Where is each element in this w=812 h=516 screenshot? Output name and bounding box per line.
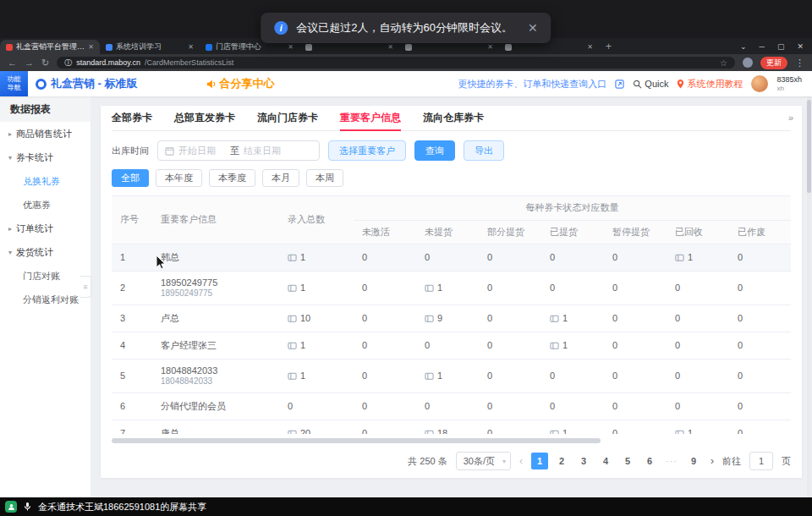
ticket-icon[interactable] <box>288 429 297 435</box>
table-row[interactable]: 1韩总10000010 <box>112 244 791 271</box>
table-row[interactable]: 2189502497751895024977510100000 <box>112 271 791 305</box>
ticket-icon[interactable] <box>675 429 684 435</box>
page-size-select[interactable]: 30条/页 ▾ <box>456 452 511 470</box>
reload-icon[interactable]: ↻ <box>41 58 49 69</box>
user-avatar[interactable] <box>751 75 768 92</box>
table-row[interactable]: 4客户经理张三10001000 <box>112 332 791 359</box>
tab-close-icon[interactable]: ✕ <box>587 43 593 51</box>
page-number-button[interactable]: 6 <box>641 453 658 469</box>
prev-page-button[interactable]: ‹ <box>519 455 523 467</box>
user-info[interactable]: 8385xh xh <box>776 75 802 92</box>
sidebar-item[interactable]: ▾发货统计 <box>0 240 91 264</box>
collapse-panel-icon[interactable]: » <box>788 113 793 123</box>
sidebar-item[interactable]: 优惠券 <box>0 193 91 217</box>
browser-tab[interactable]: 系统培训学习✕ <box>100 40 200 54</box>
page-tab[interactable]: 流向仓库券卡 <box>423 106 484 130</box>
browser-menu-icon[interactable]: ⋮ <box>795 58 804 69</box>
new-tab-button[interactable]: + <box>606 41 612 52</box>
table-row[interactable]: 7唐总2001801010 <box>112 420 791 434</box>
bookmark-star-icon[interactable]: ☆ <box>720 58 727 68</box>
quick-range-chip[interactable]: 本季度 <box>209 169 255 187</box>
count-value: 0 <box>362 313 367 323</box>
ticket-icon[interactable] <box>425 283 434 293</box>
forward-icon[interactable]: → <box>25 58 34 68</box>
ticket-icon[interactable] <box>288 253 297 262</box>
browser-update-button[interactable]: 更新 <box>760 57 787 69</box>
page-number-button[interactable]: 3 <box>575 453 592 469</box>
quick-range-chip[interactable]: 本年度 <box>156 169 202 187</box>
table-row[interactable]: 3卢总100901000 <box>112 305 791 332</box>
page-number-button[interactable]: 5 <box>619 453 636 469</box>
function-nav-button[interactable]: 功能 导航 <box>0 71 28 96</box>
count-value: 0 <box>487 340 492 350</box>
sidebar-menu: ▸商品销售统计▾券卡统计兑换礼券优惠券▸订单统计▾发货统计门店对账分销返利对账 <box>0 122 91 311</box>
sidebar-item[interactable]: 兑换礼券 <box>0 169 91 193</box>
page-scrollbar[interactable] <box>807 96 811 497</box>
ticket-icon[interactable] <box>425 371 434 381</box>
quick-range-chip[interactable]: 全部 <box>112 169 149 187</box>
table-row[interactable]: 5180488420331804884203310100000 <box>112 359 791 392</box>
goto-page-input[interactable] <box>749 452 773 470</box>
site-info-icon[interactable]: ⓘ <box>64 58 72 69</box>
browser-profile-avatar[interactable] <box>743 58 753 68</box>
tab-close-icon[interactable]: ✕ <box>487 43 493 51</box>
page-tab[interactable]: 总部直发券卡 <box>174 106 235 130</box>
horizontal-scrollbar[interactable] <box>112 437 791 444</box>
ticket-icon[interactable] <box>425 429 434 435</box>
window-maximize-button[interactable]: ▢ <box>777 42 785 51</box>
tab-close-icon[interactable]: ✕ <box>88 43 94 51</box>
table-row[interactable]: 6分销代理的会员00000000 <box>112 392 791 420</box>
page-number-button[interactable]: 1 <box>531 453 548 469</box>
export-button[interactable]: 导出 <box>464 140 504 161</box>
ticket-icon[interactable] <box>288 371 297 381</box>
sidebar-item[interactable]: 分销返利对账 <box>0 288 91 311</box>
date-range-separator: 至 <box>230 145 239 157</box>
sidebar-item[interactable]: 门店对账 <box>0 264 91 288</box>
address-bar[interactable]: ⓘ standard.maboy.cn /CardMemberStatistic… <box>57 57 735 69</box>
tab-close-icon[interactable]: ✕ <box>188 43 194 51</box>
page-number-button[interactable]: 9 <box>685 453 702 469</box>
quick-range-chip[interactable]: 本月 <box>262 169 299 187</box>
page-tab[interactable]: 重要客户信息 <box>340 106 401 130</box>
share-center-link[interactable]: 合分享中心 <box>206 76 275 91</box>
tab-close-icon[interactable]: ✕ <box>288 43 294 51</box>
select-customer-button[interactable]: 选择重要客户 <box>328 140 406 161</box>
back-icon[interactable]: ← <box>8 58 17 68</box>
browser-tab[interactable]: 礼盒营销平台管理中心✕ <box>0 40 100 54</box>
tab-search-icon[interactable]: ⌄ <box>740 42 747 51</box>
ticket-icon[interactable] <box>288 341 297 350</box>
toast-close-icon[interactable]: ✕ <box>528 21 538 35</box>
sidebar-item[interactable]: ▸商品销售统计 <box>0 122 91 145</box>
quick-entry-hint[interactable]: 更快捷的券卡、订单和快递查询入口 <box>458 78 606 91</box>
tutorial-link[interactable]: 系统使用教程 <box>677 78 743 91</box>
ticket-icon[interactable] <box>550 341 559 350</box>
page-number-button[interactable]: 4 <box>597 453 614 469</box>
ticket-icon[interactable] <box>425 314 434 323</box>
quick-range-chip[interactable]: 本周 <box>306 169 343 187</box>
horizontal-scrollbar-thumb[interactable] <box>112 438 601 443</box>
count-value: 0 <box>288 401 293 411</box>
page-tab[interactable]: 全部券卡 <box>112 106 152 130</box>
ticket-icon[interactable] <box>288 283 297 293</box>
window-minimize-button[interactable]: ─ <box>760 42 765 51</box>
ticket-icon[interactable] <box>550 429 559 435</box>
ticket-icon[interactable] <box>288 314 297 323</box>
page-scrollbar-thumb[interactable] <box>807 100 811 193</box>
page-tab[interactable]: 流向门店券卡 <box>257 106 318 130</box>
ticket-icon[interactable] <box>550 314 559 323</box>
date-range-picker[interactable]: 至 <box>157 140 320 161</box>
count-cell: 0 <box>354 359 416 392</box>
sidebar-item[interactable]: ▸订单统计 <box>0 217 91 240</box>
sidebar-item[interactable]: ▾券卡统计 <box>0 145 91 169</box>
ticket-icon[interactable] <box>675 253 684 262</box>
start-date-input[interactable] <box>178 145 226 156</box>
tab-close-icon[interactable]: ✕ <box>387 43 393 51</box>
quick-search[interactable]: Quick <box>633 79 668 89</box>
end-date-input[interactable] <box>244 145 291 156</box>
sidebar-collapse-handle[interactable]: ≡ <box>80 276 91 298</box>
page-number-button[interactable]: 2 <box>553 453 570 469</box>
search-button[interactable]: 查询 <box>414 140 455 161</box>
share-center-label: 合分享中心 <box>220 76 275 91</box>
window-close-button[interactable]: ✕ <box>797 42 804 51</box>
next-page-button[interactable]: › <box>710 455 714 467</box>
